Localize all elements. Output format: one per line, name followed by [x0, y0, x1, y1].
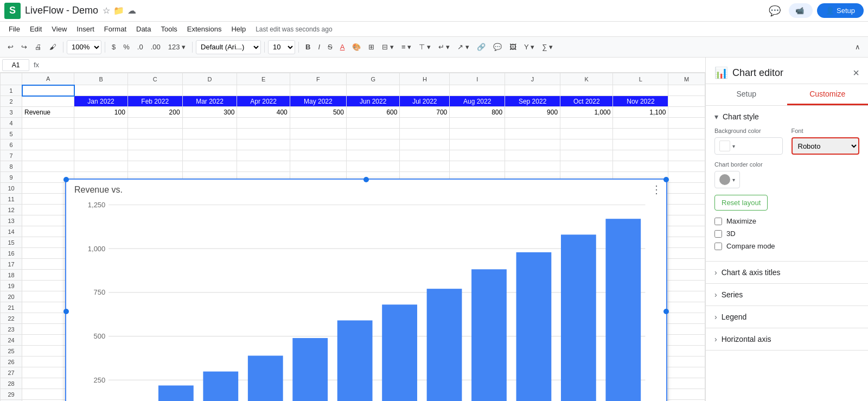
cell-3-4[interactable]: 400 [237, 107, 290, 118]
cell-3-6[interactable]: 600 [346, 107, 400, 118]
cell-6-1[interactable] [74, 139, 128, 150]
share-button[interactable]: 👤 Setup [817, 3, 864, 18]
menu-insert[interactable]: Insert [72, 23, 99, 35]
cell-26-12[interactable] [668, 357, 705, 367]
cell-5-5[interactable] [290, 129, 346, 139]
zoom-select[interactable]: 100% [67, 40, 101, 54]
cell-4-3[interactable] [182, 118, 237, 129]
col-header-f[interactable]: F [290, 73, 346, 85]
cell-22-12[interactable] [668, 313, 705, 324]
star-icon[interactable]: ☆ [103, 5, 110, 16]
cell-5-12[interactable] [668, 129, 705, 139]
redo-button[interactable]: ↪ [18, 40, 30, 55]
cell-1-3[interactable] [182, 85, 237, 96]
cell-27-12[interactable] [668, 367, 705, 378]
cell-5-10[interactable] [560, 129, 613, 139]
cell-19-12[interactable] [668, 281, 705, 291]
cell-4-7[interactable] [400, 118, 450, 129]
cell-7-0[interactable] [22, 150, 74, 161]
cell-1-11[interactable] [613, 85, 668, 96]
menu-file[interactable]: File [4, 23, 24, 35]
col-header-j[interactable]: J [505, 73, 560, 85]
menu-tools[interactable]: Tools [156, 23, 181, 35]
undo-button[interactable]: ↩ [4, 40, 17, 55]
cell-8-2[interactable] [127, 161, 182, 172]
cell-1-0[interactable] [22, 85, 74, 96]
folder-icon[interactable]: 📁 [113, 5, 124, 16]
cell-6-4[interactable] [237, 139, 290, 150]
bar-may[interactable] [292, 338, 328, 401]
cell-5-9[interactable] [505, 129, 560, 139]
cell-1-8[interactable] [450, 85, 505, 96]
cell-6-0[interactable] [22, 139, 74, 150]
cell-8-11[interactable] [613, 161, 668, 172]
cell-4-9[interactable] [505, 118, 560, 129]
border-color-picker[interactable]: ▾ [714, 171, 740, 188]
cell-29-12[interactable] [668, 389, 705, 400]
menu-help[interactable]: Help [227, 23, 250, 35]
cell-24-12[interactable] [668, 335, 705, 346]
cell-4-0[interactable] [22, 118, 74, 129]
menu-view[interactable]: View [47, 23, 71, 35]
cell-2-0[interactable] [22, 96, 74, 107]
cell-3-10[interactable]: 1,000 [560, 107, 613, 118]
cell-2-11[interactable]: Nov 2022 [613, 96, 668, 107]
col-header-a[interactable]: A [22, 73, 74, 85]
col-header-c[interactable]: C [127, 73, 182, 85]
cell-2-1[interactable]: Jan 2022 [74, 96, 128, 107]
valign-button[interactable]: ⊤ ▾ [416, 40, 434, 55]
cell-28-12[interactable] [668, 378, 705, 389]
fill-color-button[interactable]: 🎨 [349, 40, 364, 55]
cell-2-7[interactable]: Jul 2022 [400, 96, 450, 107]
cell-8-12[interactable] [668, 161, 705, 172]
cell-6-10[interactable] [560, 139, 613, 150]
cell-3-3[interactable]: 300 [182, 107, 237, 118]
col-header-g[interactable]: G [346, 73, 400, 85]
3d-checkbox[interactable] [714, 230, 722, 238]
cell-15-12[interactable] [668, 237, 705, 248]
cell-3-11[interactable]: 1,100 [613, 107, 668, 118]
cell-2-2[interactable]: Feb 2022 [127, 96, 182, 107]
cell-1-1[interactable] [74, 85, 128, 96]
collapse-toolbar-button[interactable]: ∧ [852, 40, 864, 55]
font-family-select[interactable]: Default (Ari...) [196, 40, 261, 54]
col-header-l[interactable]: L [613, 73, 668, 85]
cell-5-11[interactable] [613, 129, 668, 139]
decimal-more-button[interactable]: .00 [148, 40, 164, 55]
cell-1-5[interactable] [290, 85, 346, 96]
cell-8-1[interactable] [74, 161, 128, 172]
cell-5-4[interactable] [237, 129, 290, 139]
cell-7-11[interactable] [613, 150, 668, 161]
cell-4-8[interactable] [450, 118, 505, 129]
menu-format[interactable]: Format [100, 23, 131, 35]
cell-5-3[interactable] [182, 129, 237, 139]
bar-apr[interactable] [248, 355, 283, 401]
cell-4-12[interactable] [668, 118, 705, 129]
cell-1-9[interactable] [505, 85, 560, 96]
cell-4-11[interactable] [613, 118, 668, 129]
cell-7-8[interactable] [450, 150, 505, 161]
cell-1-6[interactable] [346, 85, 400, 96]
cell-8-6[interactable] [346, 161, 400, 172]
cell-8-8[interactable] [450, 161, 505, 172]
col-header-m[interactable]: M [668, 73, 705, 85]
cell-17-12[interactable] [668, 259, 705, 270]
align-button[interactable]: ≡ ▾ [398, 40, 414, 55]
cell-9-12[interactable] [668, 172, 705, 183]
cell-20-12[interactable] [668, 291, 705, 302]
cell-2-3[interactable]: Mar 2022 [182, 96, 237, 107]
cell-3-0[interactable]: Revenue [22, 107, 74, 118]
cell-5-0[interactable] [22, 129, 74, 139]
cell-4-5[interactable] [290, 118, 346, 129]
formula-input[interactable] [43, 61, 703, 69]
cell-10-12[interactable] [668, 183, 705, 194]
font-select[interactable]: Roboto Arial Times New Roman [792, 137, 860, 155]
cell-2-9[interactable]: Sep 2022 [505, 96, 560, 107]
strikethrough-button[interactable]: S [324, 40, 336, 55]
cell-7-2[interactable] [127, 150, 182, 161]
cell-8-10[interactable] [560, 161, 613, 172]
cell-5-7[interactable] [400, 129, 450, 139]
bar-sep[interactable] [471, 269, 507, 401]
font-size-select[interactable]: 10 [268, 40, 295, 54]
cell-7-12[interactable] [668, 150, 705, 161]
